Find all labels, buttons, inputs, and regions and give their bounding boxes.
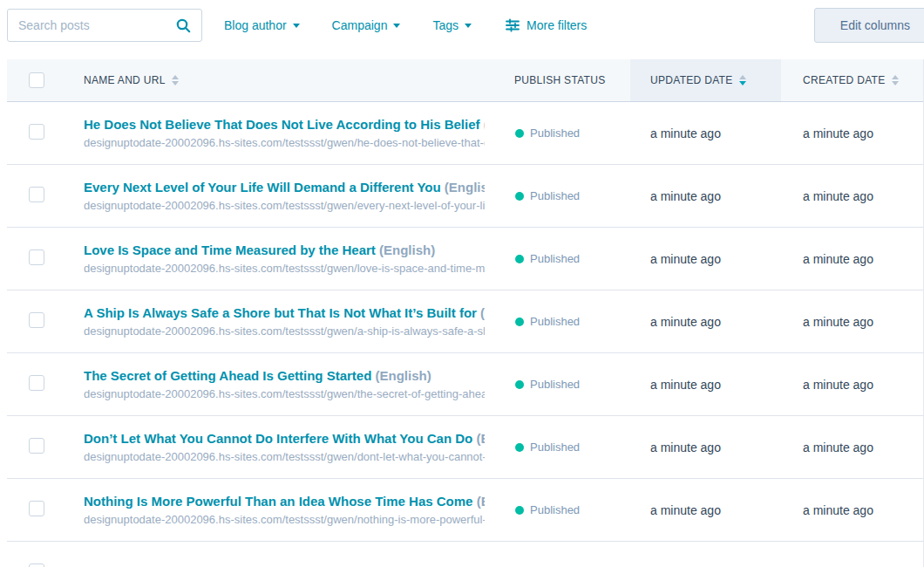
created-date-cell: a minute ago — [781, 503, 923, 517]
post-title-text: The Secret of Getting Ahead Is Getting S… — [84, 368, 371, 383]
post-title-link[interactable]: He Does Not Believe That Does Not Live A… — [84, 116, 485, 133]
more-filters-label: More filters — [527, 18, 587, 32]
column-header-name[interactable]: NAME AND URL — [84, 59, 497, 101]
post-title-text: Love Is Space and Time Measured by the H… — [84, 243, 376, 257]
created-date-cell: a minute ago — [781, 189, 923, 203]
post-title-link[interactable]: The Secret of Getting Ahead Is Getting S… — [84, 367, 485, 385]
search-icon — [176, 18, 191, 33]
row-select-cell — [7, 312, 84, 331]
edit-columns-button[interactable]: Edit columns — [814, 8, 924, 43]
publish-status-label: Published — [530, 189, 580, 202]
published-dot-icon — [515, 380, 524, 389]
select-all-cell — [7, 59, 84, 101]
row-select-cell — [7, 187, 84, 206]
row-checkbox[interactable] — [29, 312, 44, 328]
published-dot-icon — [515, 129, 524, 138]
post-title-link[interactable]: Who Looks Outside, Dreams, Who Looks Ins… — [84, 564, 485, 567]
row-select-cell — [7, 438, 84, 457]
row-checkbox[interactable] — [29, 249, 44, 265]
row-select-cell — [7, 249, 84, 269]
post-url: designuptodate-20002096.hs-sites.com/tes… — [84, 198, 485, 213]
row-select-cell — [7, 564, 84, 567]
column-header-updated[interactable]: UPDATED DATE — [630, 59, 781, 101]
post-url: designuptodate-20002096.hs-sites.com/tes… — [84, 449, 485, 464]
post-language: (En… — [476, 431, 485, 446]
post-title-link[interactable]: Every Next Level of Your Life Will Deman… — [84, 179, 485, 196]
column-header-status[interactable]: PUBLISH STATUS — [497, 59, 630, 101]
row-checkbox[interactable] — [29, 124, 44, 140]
publish-status-label: Published — [530, 315, 580, 328]
post-title-text: Who Looks Outside, Dreams, Who Looks Ins… — [84, 564, 436, 567]
post-title-link[interactable]: Don’t Let What You Cannot Do Interfere W… — [84, 430, 485, 447]
post-language: (English) — [376, 368, 431, 383]
sliders-icon — [506, 18, 520, 32]
created-date-cell: a minute ago — [781, 315, 923, 329]
post-title-link[interactable]: A Ship Is Always Safe a Shore but That I… — [84, 304, 485, 322]
filter-campaign[interactable]: Campaign — [332, 18, 401, 32]
publish-status-cell: Published — [497, 378, 630, 391]
row-checkbox[interactable] — [29, 438, 44, 454]
table-row: Love Is Space and Time Measured by the H… — [7, 228, 923, 290]
publish-status-label: Published — [530, 378, 580, 391]
row-checkbox[interactable] — [29, 501, 44, 516]
table-header-row: NAME AND URL PUBLISH STATUS UPDATED DATE… — [7, 59, 923, 102]
publish-status-label: Published — [530, 252, 580, 265]
row-checkbox[interactable] — [29, 564, 44, 567]
post-title-link[interactable]: Love Is Space and Time Measured by the H… — [84, 242, 485, 259]
filter-tags-label: Tags — [432, 18, 459, 32]
table-row: Nothing Is More Powerful Than an Idea Wh… — [7, 479, 923, 542]
post-url: designuptodate-20002096.hs-sites.com/tes… — [84, 261, 485, 276]
post-title-text: Nothing Is More Powerful Than an Idea Wh… — [84, 494, 472, 509]
posts-table: NAME AND URL PUBLISH STATUS UPDATED DATE… — [7, 59, 924, 567]
sort-icon-active — [739, 75, 746, 85]
row-checkbox[interactable] — [29, 375, 44, 391]
post-title-link[interactable]: Nothing Is More Powerful Than an Idea Wh… — [84, 493, 485, 510]
updated-date-cell: a minute ago — [630, 189, 781, 203]
post-name-cell: Nothing Is More Powerful Than an Idea Wh… — [84, 493, 497, 527]
select-all-checkbox[interactable] — [29, 72, 44, 88]
publish-status-cell: Published — [497, 315, 630, 328]
table-row: The Secret of Getting Ahead Is Getting S… — [7, 353, 923, 416]
updated-date-cell: a minute ago — [630, 252, 781, 266]
published-dot-icon — [515, 506, 524, 515]
table-row: Every Next Level of Your Life Will Deman… — [7, 165, 923, 228]
filter-blog-author-label: Blog author — [224, 18, 287, 32]
published-dot-icon — [515, 255, 524, 263]
publish-status-cell: Published — [497, 252, 630, 265]
row-select-cell — [7, 375, 84, 394]
published-dot-icon — [515, 443, 524, 452]
search-button[interactable] — [169, 18, 191, 33]
table-row: A Ship Is Always Safe a Shore but That I… — [7, 290, 923, 353]
post-name-cell: The Secret of Getting Ahead Is Getting S… — [84, 367, 497, 401]
search-box[interactable] — [7, 9, 202, 42]
row-select-cell — [7, 124, 84, 143]
row-select-cell — [7, 501, 84, 520]
table-row: He Does Not Believe That Does Not Live A… — [7, 102, 923, 165]
publish-status-cell: Published — [497, 503, 630, 516]
column-header-created[interactable]: CREATED DATE — [781, 59, 923, 101]
search-input[interactable] — [18, 18, 169, 32]
chevron-down-icon — [465, 24, 472, 28]
row-checkbox[interactable] — [29, 187, 44, 202]
sort-icon — [172, 75, 179, 85]
publish-status-label: Published — [530, 503, 580, 516]
column-header-name-label: NAME AND URL — [84, 74, 166, 86]
more-filters-button[interactable]: More filters — [506, 18, 587, 32]
filter-tags[interactable]: Tags — [432, 18, 472, 32]
created-date-cell: a minute ago — [781, 378, 923, 392]
created-date-cell: a minute ago — [781, 252, 923, 266]
post-name-cell: A Ship Is Always Safe a Shore but That I… — [84, 304, 497, 338]
updated-date-cell: a minute ago — [630, 441, 781, 454]
post-language: (English) — [445, 180, 485, 195]
post-url: designuptodate-20002096.hs-sites.com/tes… — [84, 135, 485, 150]
post-language: (En… — [477, 494, 485, 509]
publish-status-cell: Published — [497, 126, 630, 140]
post-language: (En… — [484, 117, 485, 132]
updated-date-cell: a minute ago — [630, 315, 781, 329]
post-name-cell: Who Looks Outside, Dreams, Who Looks Ins… — [84, 564, 497, 567]
publish-status-label: Published — [530, 126, 580, 140]
column-header-status-label: PUBLISH STATUS — [514, 74, 605, 86]
post-name-cell: Love Is Space and Time Measured by the H… — [84, 242, 497, 276]
post-name-cell: Every Next Level of Your Life Will Deman… — [84, 179, 497, 213]
filter-blog-author[interactable]: Blog author — [224, 18, 300, 32]
